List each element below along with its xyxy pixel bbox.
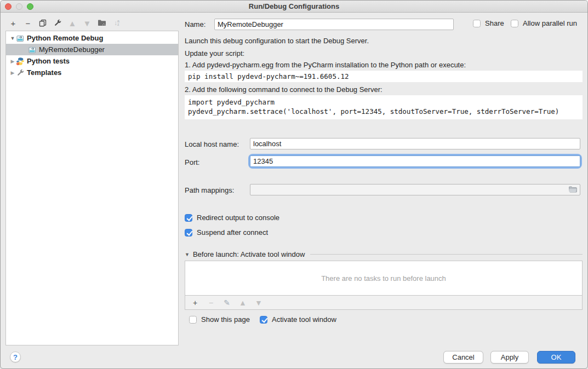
sort-az-icon: ↓ az bbox=[114, 20, 119, 26]
tree-item-templates[interactable]: ▶ Templates bbox=[6, 67, 178, 78]
templates-wrench-icon bbox=[16, 68, 25, 77]
tree-item-label: Python Remote Debug bbox=[27, 34, 103, 42]
suspend-after-row: Suspend after connect bbox=[185, 228, 268, 237]
edit-task-button[interactable]: ✎ bbox=[222, 298, 231, 308]
pip-install-code: pip install pydevd-pycharm~=191.6605.12 bbox=[185, 71, 583, 82]
tree-item-label: Python tests bbox=[27, 57, 70, 65]
name-input[interactable] bbox=[214, 19, 454, 30]
port-input[interactable] bbox=[250, 155, 580, 167]
share-checkbox-row: Share bbox=[473, 19, 504, 27]
help-icon: ? bbox=[13, 353, 18, 361]
share-checkbox[interactable] bbox=[473, 20, 481, 27]
chevron-collapsed-icon[interactable]: ▶ bbox=[9, 59, 16, 64]
move-up-button[interactable]: ▲ bbox=[68, 18, 77, 28]
add-task-button[interactable]: + bbox=[191, 298, 199, 308]
header-rule bbox=[310, 254, 583, 255]
apply-button[interactable]: Apply bbox=[490, 351, 529, 364]
before-launch-title: Before launch: Activate tool window bbox=[193, 250, 305, 258]
folder-icon bbox=[568, 186, 577, 193]
local-host-label: Local host name: bbox=[185, 140, 239, 148]
local-host-input[interactable] bbox=[250, 138, 580, 149]
description-step1: 1. Add pydevd-pycharm.egg from the PyCha… bbox=[185, 61, 466, 69]
configurations-tree: ▼ Python Remote Debug MyR bbox=[5, 31, 179, 345]
move-task-up-button[interactable]: ▲ bbox=[238, 298, 247, 308]
description-update: Update your script: bbox=[185, 49, 244, 57]
activate-tool-window-label: Activate tool window bbox=[272, 315, 336, 324]
title-bar: Run/Debug Configurations bbox=[1, 1, 587, 13]
redirect-output-label: Redirect output to console bbox=[197, 214, 279, 222]
folder-plus-icon bbox=[98, 19, 106, 27]
remove-task-button[interactable]: − bbox=[207, 298, 215, 308]
remove-configuration-button[interactable]: − bbox=[24, 18, 32, 28]
description-intro: Launch this debug configuration to start… bbox=[185, 37, 369, 45]
settrace-code: import pydevd_pycharm pydevd_pycharm.set… bbox=[185, 95, 583, 119]
settrace-code-line2: pydevd_pycharm.settrace('localhost', por… bbox=[188, 107, 579, 116]
help-button[interactable]: ? bbox=[10, 351, 21, 362]
allow-parallel-checkbox[interactable] bbox=[511, 20, 518, 27]
cancel-button[interactable]: Cancel bbox=[443, 351, 483, 364]
activate-tool-window-checkbox[interactable] bbox=[260, 316, 267, 324]
configurations-toolbar: + − ▲ ▼ bbox=[9, 17, 121, 29]
copy-configuration-button[interactable] bbox=[38, 18, 47, 28]
before-launch-toolbar: + − ✎ ▲ ▼ bbox=[185, 296, 583, 310]
remote-debug-config-icon bbox=[16, 34, 25, 43]
before-launch-empty-text: There are no tasks to run before launch bbox=[321, 274, 446, 282]
remote-debug-config-icon bbox=[28, 45, 37, 54]
new-folder-button[interactable] bbox=[98, 18, 106, 28]
python-tests-icon bbox=[16, 57, 25, 66]
allow-parallel-row: Allow parallel run bbox=[511, 19, 577, 27]
chevron-collapsed-icon[interactable]: ▶ bbox=[9, 70, 16, 76]
sort-configurations-button[interactable]: ↓ az bbox=[112, 18, 121, 28]
run-debug-configurations-dialog: Run/Debug Configurations + − ▲ ▼ bbox=[0, 0, 588, 369]
settrace-code-line1: import pydevd_pycharm bbox=[188, 97, 579, 107]
browse-path-mappings-button[interactable] bbox=[568, 186, 577, 193]
window-title: Run/Debug Configurations bbox=[1, 2, 587, 10]
wrench-icon bbox=[53, 19, 62, 27]
before-launch-task-list: There are no tasks to run before launch bbox=[185, 261, 583, 296]
tree-item-label: MyRemoteDebugger bbox=[39, 45, 105, 54]
before-launch-header[interactable]: ▼ Before launch: Activate tool window bbox=[185, 250, 583, 258]
suspend-after-checkbox[interactable] bbox=[185, 229, 192, 237]
share-label: Share bbox=[485, 19, 504, 27]
redirect-output-row: Redirect output to console bbox=[185, 214, 279, 222]
path-mappings-label: Path mappings: bbox=[185, 186, 234, 194]
ok-button[interactable]: OK bbox=[537, 351, 575, 364]
move-task-down-button[interactable]: ▼ bbox=[254, 298, 263, 308]
suspend-after-label: Suspend after connect bbox=[197, 228, 268, 237]
redirect-output-checkbox[interactable] bbox=[185, 214, 192, 222]
show-this-page-checkbox[interactable] bbox=[189, 316, 197, 324]
tree-item-python-tests[interactable]: ▶ Python tests bbox=[6, 55, 178, 67]
add-configuration-button[interactable]: + bbox=[9, 18, 18, 28]
name-label: Name: bbox=[185, 20, 205, 28]
tree-item-myremotedebugger[interactable]: MyRemoteDebugger bbox=[6, 44, 178, 55]
copy-icon bbox=[39, 19, 47, 27]
move-down-button[interactable]: ▼ bbox=[83, 18, 92, 28]
show-this-page-row: Show this page bbox=[189, 315, 250, 324]
port-input-focus-ring bbox=[250, 155, 580, 167]
path-mappings-input[interactable] bbox=[250, 184, 580, 195]
description-step2: 2. Add the following command to connect … bbox=[185, 85, 383, 94]
collapse-arrow-icon[interactable]: ▼ bbox=[185, 252, 190, 257]
allow-parallel-label: Allow parallel run bbox=[523, 19, 577, 27]
activate-tool-window-row: Activate tool window bbox=[260, 315, 336, 324]
tree-item-python-remote-debug[interactable]: ▼ Python Remote Debug bbox=[6, 32, 178, 44]
port-label: Port: bbox=[185, 158, 199, 166]
show-this-page-label: Show this page bbox=[201, 315, 250, 324]
chevron-expanded-icon[interactable]: ▼ bbox=[9, 36, 16, 41]
tree-item-label: Templates bbox=[27, 68, 61, 77]
configuration-form: Name: Share Allow parallel run Launch th… bbox=[181, 13, 587, 347]
edit-defaults-button[interactable] bbox=[53, 18, 62, 28]
